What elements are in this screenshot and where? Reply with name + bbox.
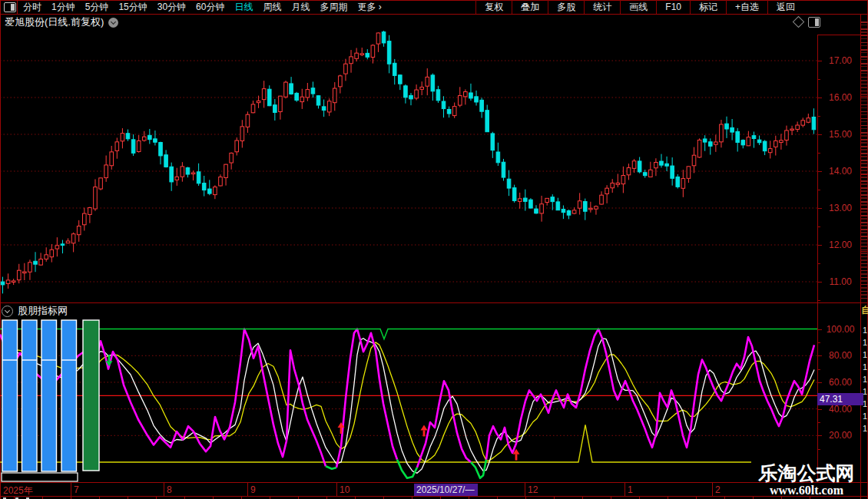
indicator-axis-minor-tick (818, 422, 820, 423)
price-axis-minor-tick (818, 300, 820, 301)
strip-price-digit: 1 (863, 387, 867, 396)
timeframe-item[interactable]: 15分钟 (118, 0, 147, 14)
candle-down (316, 96, 320, 105)
split-panel-icon[interactable] (808, 17, 820, 28)
timeframe-item[interactable]: 5分钟 (85, 0, 109, 14)
candle-up (360, 54, 364, 55)
year-label: 2025年 (3, 484, 33, 497)
action-item[interactable]: 统计 (585, 0, 620, 14)
candle-down (387, 41, 391, 64)
candle-down (131, 140, 135, 154)
action-item[interactable]: 多股 (548, 0, 584, 14)
candle-up (224, 164, 228, 177)
candle-up (420, 87, 424, 89)
strip-price-digit: 1 (863, 399, 867, 408)
window-layout-icon[interactable] (4, 2, 16, 12)
action-item[interactable]: 返回 (768, 0, 803, 14)
indicator-line-fast-below-zero (326, 466, 336, 469)
candle-up (262, 89, 266, 100)
diamond-icon[interactable] (793, 16, 805, 28)
candle-down (567, 211, 571, 216)
indicator-axis-minor-tick (818, 369, 820, 370)
timeframe-item[interactable]: 周线 (263, 0, 281, 14)
candle-up (246, 114, 250, 127)
candle-down (61, 244, 65, 246)
candle-up (284, 82, 288, 97)
candle-up (121, 134, 124, 141)
indicator-axis-tick (818, 435, 822, 436)
candle-down (480, 100, 484, 111)
month-label: 8 (167, 484, 172, 495)
candle-down (524, 198, 528, 201)
month-label: 9 (250, 484, 256, 495)
candle-down (170, 167, 174, 182)
candle-up (621, 176, 625, 184)
selected-date-highlight[interactable]: 2025/10/27/— (414, 484, 478, 496)
candle-up (344, 64, 348, 74)
candle-down (676, 177, 680, 187)
action-item[interactable]: 复权 (476, 0, 512, 14)
candle-down (207, 189, 211, 193)
title-chevron-down-icon[interactable] (108, 18, 118, 28)
indicator-axis-label: 100.00 (820, 324, 860, 335)
split-panel-icon-fill (815, 18, 819, 26)
action-item[interactable]: 画线 (621, 0, 656, 14)
signal-bar-green (83, 320, 99, 471)
sliver-tick (156, 496, 157, 499)
price-axis-minor-tick (818, 116, 820, 117)
sliver-tick (639, 496, 640, 499)
candle-down (202, 183, 206, 190)
candle-up (339, 76, 343, 87)
candle-up (350, 57, 353, 64)
dateaxis-top-border (0, 482, 868, 483)
sliver-tick (383, 496, 384, 499)
price-axis-tick (818, 208, 822, 209)
price-axis-tick (818, 97, 822, 98)
candle-up (649, 170, 653, 177)
action-item[interactable]: 叠加 (512, 0, 548, 14)
strip-highlight-tab[interactable]: 自 (861, 304, 868, 315)
title-row: 爱旭股份(日线.前复权) (5, 16, 118, 28)
candle-down (496, 152, 500, 163)
candle-up (94, 187, 98, 209)
action-item[interactable]: F10 (657, 0, 690, 14)
strip-price-digit: 1 (863, 424, 867, 433)
timeframe-item[interactable]: 60分钟 (196, 0, 224, 14)
sliver-tick (781, 496, 782, 499)
candle-down (562, 209, 565, 212)
action-item[interactable]: +自选 (727, 0, 767, 14)
candle-up (774, 140, 778, 147)
timeframe-item[interactable]: 分时 (23, 0, 41, 14)
candle-down (485, 111, 489, 132)
candle-up (175, 177, 179, 180)
candle-down (763, 141, 767, 151)
strip-price-digit: 1 (863, 338, 867, 347)
candle-down (34, 261, 38, 264)
indicator-chevron-icon[interactable] (2, 306, 13, 317)
indicator-chart[interactable] (0, 317, 817, 482)
candle-up (306, 90, 310, 97)
sliver-tick (213, 496, 214, 499)
sliver-tick (128, 496, 128, 499)
timeframe-item[interactable]: 1分钟 (51, 0, 75, 14)
timeframe-item[interactable]: 30分钟 (157, 0, 186, 14)
candle-up (191, 173, 195, 174)
candle-down (638, 161, 641, 172)
candlestick-chart[interactable] (0, 31, 817, 302)
timeframe-item[interactable]: 日线 (234, 0, 253, 14)
date-tick (712, 483, 713, 496)
price-axis-tick (818, 171, 822, 172)
candle-down (583, 202, 587, 212)
candle-up (137, 140, 141, 151)
indicator-axis-minor-tick (818, 449, 820, 450)
timeframe-item[interactable]: 更多 › (357, 0, 381, 14)
price-axis-label: 15.00 (820, 129, 860, 140)
action-item[interactable]: 标记 (691, 0, 726, 14)
price-axis-tick (818, 245, 822, 246)
timeframe-item[interactable]: 月线 (291, 0, 310, 14)
sliver-tick (611, 496, 611, 499)
sliver-tick (326, 496, 327, 499)
timeframe-item[interactable]: 多周期 (320, 0, 347, 14)
sliver-tick (469, 496, 469, 499)
candle-up (540, 204, 544, 213)
